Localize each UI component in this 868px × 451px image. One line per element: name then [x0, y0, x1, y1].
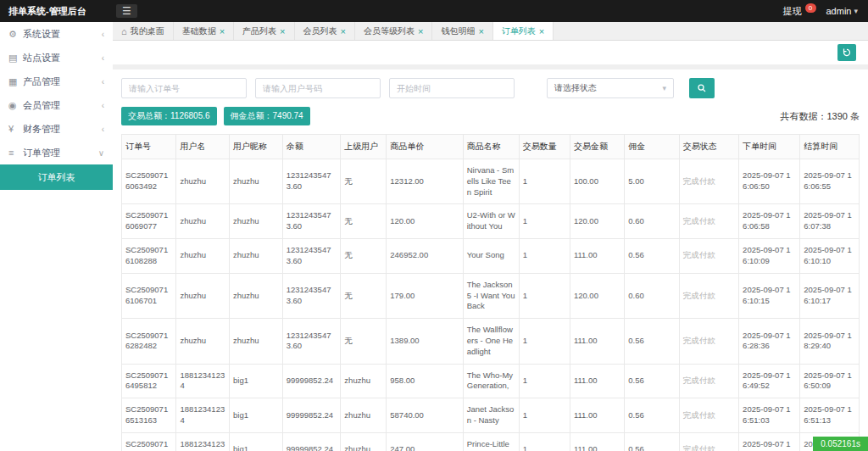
tab-desktop[interactable]: ⌂我的桌面 [113, 22, 174, 40]
gear-icon: ⚙ [8, 29, 23, 40]
close-icon[interactable]: × [341, 26, 346, 36]
tab-basic-data[interactable]: 基础数据× [174, 22, 234, 40]
table-cell: 1 [519, 319, 570, 364]
table-cell: SC25090716581517 [122, 432, 176, 451]
tab-label: 钱包明细 [441, 25, 475, 37]
close-icon[interactable]: × [280, 26, 285, 36]
table-cell: 0.56 [625, 239, 679, 274]
close-icon[interactable]: × [418, 26, 423, 36]
search-icon [697, 83, 707, 93]
table-cell: 111.00 [570, 239, 624, 274]
table-cell: 12312435473.60 [282, 239, 341, 274]
table-cell: 2025-09-07 16:51:03 [739, 398, 800, 433]
table-cell: 2025-09-07 16:10:10 [800, 239, 860, 274]
close-icon[interactable]: × [478, 26, 483, 36]
column-header: 用户名 [176, 135, 230, 159]
table-row: SC2509071658151718812341234big199999852.… [122, 432, 860, 451]
table-cell: 99999852.24 [282, 364, 341, 398]
table-cell: big1 [230, 398, 283, 433]
sidebar-item-system-settings[interactable]: ⚙系统设置‹ [0, 22, 113, 46]
sidebar-item-label: 站点设置 [23, 52, 102, 64]
table-row: SC25090716108288zhuzhuzhuzhu12312435473.… [122, 239, 860, 274]
table-cell: 0.60 [625, 273, 679, 318]
table-cell: 958.00 [387, 364, 463, 398]
status-select[interactable]: 请选择状态 ▾ [547, 78, 674, 98]
table-cell: 2025-09-07 16:58:30 [739, 432, 800, 451]
chevron-down-icon: ∨ [98, 148, 104, 158]
table-header-row: 订单号用户名用户昵称余额上级用户商品单价商品名称交易数量交易金额佣金交易状态下单… [122, 135, 860, 159]
sidebar-item-member-management[interactable]: ◉会员管理‹ [0, 93, 113, 117]
table-row: SC25090716069077zhuzhuzhuzhu12312435473.… [122, 204, 860, 239]
table-cell: zhuzhu [230, 204, 283, 239]
table-cell: 1 [519, 364, 570, 398]
sidebar-item-site-settings[interactable]: ▤站点设置‹ [0, 46, 113, 70]
table-cell: zhuzhu [341, 398, 387, 433]
column-header: 佣金 [625, 135, 679, 159]
tab-wallet-detail[interactable]: 钱包明细× [432, 22, 492, 40]
table-cell: 2025-09-07 16:49:52 [739, 364, 800, 398]
table-cell: 2025-09-07 16:06:55 [800, 159, 860, 204]
tab-label: 订单列表 [502, 25, 536, 37]
filter-row: 请选择状态 ▾ [121, 78, 860, 98]
tab-member-level-list[interactable]: 会员等级列表× [355, 22, 432, 40]
app-window: 排单系统-管理后台 ☰ 提现 0 admin ▾ ⚙系统设置‹▤站点设置‹▦产品… [0, 0, 868, 451]
table-cell: zhuzhu [341, 432, 387, 451]
order-number-input[interactable] [121, 78, 247, 98]
table-cell: SC25090716513163 [122, 398, 176, 433]
table-cell: SC25090716069077 [122, 204, 176, 239]
caret-down-icon: ▾ [854, 7, 858, 15]
table-row: SC2509071649581218812341234big199999852.… [122, 364, 860, 398]
tab-label: 会员等级列表 [364, 25, 415, 37]
user-number-input[interactable] [255, 78, 381, 98]
close-icon[interactable]: × [220, 26, 225, 36]
column-header: 用户昵称 [230, 135, 283, 159]
table-cell: Prince-Little Red Corvette [463, 432, 519, 451]
table-cell: 120.00 [570, 204, 624, 239]
table-row: SC2509071651316318812341234big199999852.… [122, 398, 860, 433]
sidebar-item-label: 财务管理 [23, 123, 102, 136]
table-cell: big1 [230, 432, 283, 451]
refresh-button[interactable] [837, 44, 856, 61]
table-cell: 无 [341, 239, 387, 274]
table-cell: 无 [341, 319, 387, 364]
close-icon[interactable]: × [539, 26, 544, 36]
table-cell: 2025-09-07 16:06:50 [739, 159, 800, 204]
start-time-input[interactable] [389, 78, 515, 98]
table-cell: 0.56 [625, 432, 679, 451]
column-header: 商品单价 [387, 135, 463, 159]
sidebar-subitem-order-list[interactable]: 订单列表 [0, 164, 113, 190]
chevron-left-icon: ‹ [102, 77, 104, 86]
column-header: 余额 [282, 135, 341, 159]
table-cell: 2025-09-07 16:10:15 [739, 273, 800, 318]
sidebar-item-order-management[interactable]: ≡订单管理∨ [0, 141, 113, 164]
table-cell: 完成付款 [679, 239, 738, 274]
tab-product-list[interactable]: 产品列表× [234, 22, 294, 40]
chevron-left-icon: ‹ [102, 30, 104, 39]
sidebar-item-finance-management[interactable]: ¥财务管理‹ [0, 117, 113, 141]
sidebar-item-product-management[interactable]: ▦产品管理‹ [0, 70, 113, 93]
tab-member-list[interactable]: 会员列表× [295, 22, 355, 40]
table-cell: 2025-09-07 16:50:09 [800, 364, 860, 398]
content-panel: 请选择状态 ▾ 交易总额：1126805.6 佣金总额：7490.74 共有数据… [113, 70, 868, 451]
table-cell: zhuzhu [176, 319, 230, 364]
table-cell: 12312435473.60 [282, 204, 341, 239]
table-cell: Nirvana - Smells Like Teen Spirit [463, 159, 519, 204]
column-header: 结算时间 [800, 135, 860, 159]
search-button[interactable] [689, 78, 715, 98]
table-cell: 完成付款 [679, 398, 738, 433]
withdraw-link[interactable]: 提现 [783, 5, 802, 18]
table-cell: SC25090716108288 [122, 239, 176, 274]
runtime-badge: 0.052161s [813, 437, 868, 451]
sidebar-item-label: 系统设置 [23, 28, 102, 41]
tab-order-list[interactable]: 订单列表× [493, 22, 554, 40]
chevron-left-icon: ‹ [102, 53, 104, 63]
table-cell: zhuzhu [176, 159, 230, 204]
table-cell: 18812341234 [176, 432, 230, 451]
table-cell: SC25090716495812 [122, 364, 176, 398]
admin-menu[interactable]: admin ▾ [826, 6, 859, 16]
hamburger-icon[interactable]: ☰ [116, 4, 137, 18]
table-row: SC25090716063492zhuzhuzhuzhu12312435473.… [122, 159, 860, 204]
tab-label: 基础数据 [182, 25, 216, 37]
table-cell: 1 [519, 159, 570, 204]
chevron-left-icon: ‹ [102, 125, 104, 134]
